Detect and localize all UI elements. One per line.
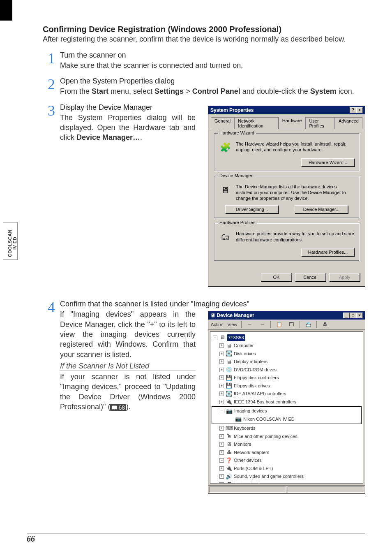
expand-icon[interactable]: + [219, 426, 224, 431]
device-icon: 🖱 [226, 432, 232, 440]
expand-icon[interactable]: + [219, 466, 224, 471]
separator [316, 321, 317, 328]
tree-label: IDE ATA/ATAPI controllers [234, 390, 286, 397]
collapse-icon[interactable]: − [220, 409, 224, 413]
window-title: 🖥 Device Manager [210, 313, 254, 318]
toolbar-icon[interactable]: 🖧 [321, 321, 329, 328]
device-icon: ⌨ [226, 424, 232, 433]
hardware-wizard-group: Hardware Wizard 🧩 The Hardware wizard he… [214, 133, 359, 171]
tab-network[interactable]: Network Identification [234, 117, 279, 129]
expand-icon[interactable]: + [219, 375, 224, 380]
tree-item[interactable]: +🖥Display adapters [213, 358, 360, 366]
device-icon: ❓ [226, 456, 232, 465]
tab-hardware[interactable]: Hardware [279, 117, 306, 129]
expand-icon[interactable]: + [219, 474, 224, 479]
sidetab-l2: IV ED [12, 237, 17, 250]
tree-item[interactable]: +💾Floppy disk drives [213, 382, 360, 390]
close-icon[interactable]: × [356, 313, 363, 318]
collapse-icon[interactable]: − [213, 336, 217, 340]
intro-text: After registering the scanner, confirm t… [43, 35, 365, 44]
minimize-icon[interactable]: _ [343, 313, 350, 318]
device-icon: 🖥 [226, 440, 232, 449]
expand-icon[interactable]: + [219, 343, 224, 348]
tree-label: Monitors [234, 441, 251, 448]
group-text: The Device Manager lists all the hardwar… [236, 184, 355, 202]
tree-item[interactable]: +🖥Monitors [213, 440, 360, 449]
maximize-icon[interactable]: □ [350, 313, 356, 318]
note-title: If the Scanner Is Not Listed [60, 362, 196, 371]
step-number: 3 [43, 103, 60, 118]
expand-icon[interactable]: + [219, 384, 224, 388]
tree-label: DVD/CD-ROM drives [234, 366, 277, 373]
device-manager-window: 🖥 Device Manager _ □ × Action View ← [208, 311, 365, 494]
expand-icon[interactable]: + [219, 359, 224, 364]
group-text: Hardware profiles provide a way for you … [236, 231, 355, 243]
tree-item-scanner[interactable]: 📷 Nikon COOLSCAN IV ED [213, 415, 360, 423]
group-text: The Hardware wizard helps you install, u… [236, 141, 355, 153]
device-icon: 🖥 [226, 358, 232, 366]
device-manager-group: Device Manager 🖥 The Device Manager list… [214, 176, 359, 218]
step-number: 4 [43, 300, 60, 315]
tree-item[interactable]: +🖥Computer [213, 342, 360, 350]
menu-action[interactable]: Action [211, 322, 224, 327]
driver-signing-button[interactable]: Driver Signing... [225, 205, 279, 213]
corner-tab [0, 0, 12, 21]
properties-icon[interactable]: 📇 [304, 321, 312, 328]
tree-item[interactable]: +💿DVD/CD-ROM drives [213, 366, 360, 374]
device-manager-icon: 🖥 [219, 184, 232, 197]
tree-item[interactable]: +🔌Ports (COM & LPT) [213, 464, 360, 473]
tree-item[interactable]: +🔊Sound, video and game controllers [213, 473, 360, 481]
tree-item[interactable]: +🔌IEEE 1394 Bus host controllers [213, 398, 360, 406]
back-icon[interactable]: ← [246, 321, 254, 328]
device-manager-button[interactable]: Device Manager... [295, 205, 348, 213]
forward-icon[interactable]: → [258, 321, 266, 328]
hardware-profiles-button[interactable]: Hardware Profiles... [301, 248, 355, 256]
tree-item[interactable]: +💽IDE ATA/ATAPI controllers [213, 390, 360, 398]
root-label: 7F3S53 [227, 334, 245, 341]
tab-general[interactable]: General [211, 117, 234, 129]
tree-item[interactable]: +⌨Keyboards [213, 424, 360, 433]
expand-icon[interactable]: + [219, 352, 224, 356]
menu-view[interactable]: View [228, 322, 238, 327]
apply-button[interactable]: Apply [329, 273, 360, 281]
group-title: Device Manager [218, 173, 254, 178]
menubar: Action View ← → 📋 🗔 📇 🖧 [208, 320, 365, 330]
separator [300, 321, 300, 328]
tree-item[interactable]: +🖥System devices [213, 480, 360, 484]
cancel-button[interactable]: Cancel [295, 273, 326, 281]
tree-item[interactable]: +🖧Network adapters [213, 448, 360, 456]
help-icon[interactable]: ? [350, 107, 356, 113]
step-4: 4 Confirm that the scanner is listed und… [43, 300, 365, 494]
step-title: Confirm that the scanner is listed under… [60, 300, 365, 308]
tree-label: Nikon COOLSCAN IV ED [243, 416, 295, 423]
step-text: The System Properties dialog will be dis… [60, 113, 196, 143]
tree-root[interactable]: − 🖥 7F3S53 [213, 334, 360, 342]
toolbar-icon[interactable]: 📋 [275, 321, 283, 328]
ok-button[interactable]: OK [261, 273, 292, 281]
hardware-wizard-button[interactable]: Hardware Wizard... [301, 158, 355, 167]
expand-icon[interactable]: − [219, 458, 224, 463]
tab-advanced[interactable]: Advanced [335, 117, 362, 129]
expand-icon[interactable]: + [219, 434, 224, 439]
expand-icon[interactable]: + [219, 482, 224, 484]
expand-icon[interactable]: + [219, 368, 224, 372]
tree-label: System devices [234, 481, 265, 484]
expand-icon[interactable]: + [219, 442, 224, 447]
tree-item[interactable]: −❓Other devices [213, 456, 360, 465]
expand-icon[interactable]: + [219, 392, 224, 396]
tree-label: Mice and other pointing devices [234, 433, 297, 440]
titlebar: System Properties ? × [208, 106, 365, 114]
statusbar [208, 485, 365, 493]
device-icon: 🖥 [226, 480, 232, 484]
tree-item-imaging[interactable]: − 📷 Imaging devices [213, 407, 360, 415]
tree-item[interactable]: +💾Floppy disk controllers [213, 374, 360, 382]
close-icon[interactable]: × [356, 107, 363, 113]
tree-item[interactable]: +🖱Mice and other pointing devices [213, 432, 360, 440]
page-number: 66 [27, 534, 365, 544]
toolbar-icon[interactable]: 🗔 [287, 321, 295, 328]
tab-userprofiles[interactable]: User Profiles [305, 117, 335, 129]
device-tree[interactable]: − 🖥 7F3S53 +🖥Computer+💽Disk drives+🖥Disp… [210, 331, 363, 484]
tree-item[interactable]: +💽Disk drives [213, 350, 360, 358]
expand-icon[interactable]: + [219, 450, 224, 455]
expand-icon[interactable]: + [219, 400, 224, 404]
